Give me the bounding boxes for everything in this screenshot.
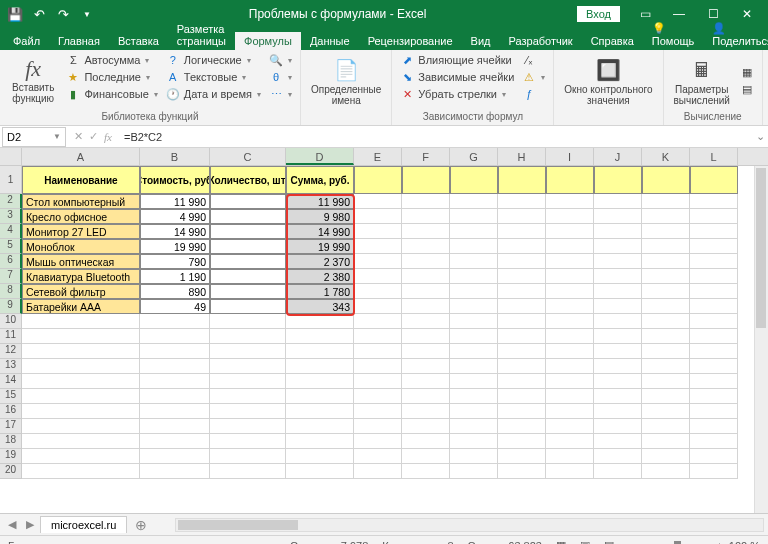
cell[interactable]: Стол компьютерный [22,194,140,209]
cell[interactable] [22,359,140,374]
cell[interactable] [286,359,354,374]
more-fn-button[interactable]: ⋯▾ [267,86,294,102]
cell[interactable] [690,389,738,404]
cell[interactable] [594,404,642,419]
cell[interactable] [546,419,594,434]
cell[interactable] [642,359,690,374]
calc-now-button[interactable]: ▦ [738,65,756,81]
expand-formula-icon[interactable]: ⌄ [752,130,768,143]
cell[interactable] [498,209,546,224]
qat-dropdown-icon[interactable]: ▼ [76,3,98,25]
cell[interactable] [140,359,210,374]
insert-function-button[interactable]: fx Вставить функцию [6,52,60,108]
cell[interactable] [354,359,402,374]
datetime-button[interactable]: 🕐Дата и время▾ [164,86,263,102]
cell[interactable] [354,434,402,449]
cell[interactable]: 343 [286,299,354,314]
cell[interactable] [690,209,738,224]
cell[interactable] [210,194,286,209]
math-button[interactable]: θ▾ [267,69,294,85]
cell[interactable] [354,194,402,209]
cell[interactable] [498,344,546,359]
cell[interactable] [450,344,498,359]
cell[interactable] [210,224,286,239]
cell[interactable] [690,284,738,299]
cell[interactable] [546,389,594,404]
cell[interactable] [286,314,354,329]
cell[interactable] [140,434,210,449]
cell[interactable] [450,449,498,464]
cell[interactable] [450,239,498,254]
cell[interactable] [546,404,594,419]
cell[interactable] [690,166,738,194]
cell[interactable] [210,464,286,479]
cell[interactable] [546,239,594,254]
cell[interactable] [354,419,402,434]
defined-names-button[interactable]: 📄 Определенные имена [307,52,385,110]
cell[interactable]: Кресло офисное [22,209,140,224]
cell[interactable] [594,419,642,434]
autosum-button[interactable]: ΣАвтосумма▾ [64,52,159,68]
cell[interactable]: 49 [140,299,210,314]
cell[interactable]: Сетевой фильтр [22,284,140,299]
cell[interactable] [594,284,642,299]
cell[interactable] [498,464,546,479]
tab-layout[interactable]: Разметка страницы [168,20,235,50]
cell[interactable] [642,284,690,299]
cell[interactable] [402,224,450,239]
cell[interactable] [546,449,594,464]
cell[interactable] [690,434,738,449]
cell[interactable] [498,166,546,194]
trace-precedents-button[interactable]: ⬈Влияющие ячейки [398,52,516,68]
cell[interactable] [354,254,402,269]
cell[interactable] [22,374,140,389]
cell[interactable] [690,329,738,344]
login-button[interactable]: Вход [577,6,620,22]
tab-developer[interactable]: Разработчик [500,32,582,50]
cell[interactable] [642,269,690,284]
row-header[interactable]: 12 [0,344,22,359]
sheet-nav-prev-icon[interactable]: ◀ [4,518,20,531]
cell[interactable] [690,314,738,329]
vertical-scrollbar[interactable] [754,166,768,513]
cell[interactable] [690,419,738,434]
cell[interactable] [498,449,546,464]
col-header[interactable]: F [402,148,450,165]
col-header[interactable]: G [450,148,498,165]
cell[interactable]: Мышь оптическая [22,254,140,269]
cell[interactable]: 11 990 [140,194,210,209]
cell[interactable] [22,404,140,419]
cell[interactable] [594,194,642,209]
watch-window-button[interactable]: 🔲 Окно контрольного значения [560,52,656,110]
cell[interactable] [354,299,402,314]
cell[interactable] [354,389,402,404]
cell[interactable] [450,389,498,404]
cell[interactable] [546,194,594,209]
cell[interactable] [210,269,286,284]
cell[interactable] [22,449,140,464]
col-header[interactable]: A [22,148,140,165]
cell[interactable] [210,299,286,314]
cell[interactable] [690,269,738,284]
cell[interactable] [642,344,690,359]
row-header[interactable]: 1 [0,166,22,194]
cell[interactable] [402,299,450,314]
cell[interactable] [210,449,286,464]
cell[interactable] [450,299,498,314]
cell[interactable] [140,329,210,344]
cell[interactable] [140,314,210,329]
cell[interactable] [546,209,594,224]
row-header[interactable]: 5 [0,239,22,254]
cell[interactable] [594,269,642,284]
col-header[interactable]: L [690,148,738,165]
trace-dependents-button[interactable]: ⬊Зависимые ячейки [398,69,516,85]
row-header[interactable]: 18 [0,434,22,449]
cell[interactable] [594,374,642,389]
cell[interactable] [594,344,642,359]
cell[interactable] [450,404,498,419]
cell[interactable] [286,389,354,404]
cell[interactable] [286,329,354,344]
cell[interactable] [354,449,402,464]
cell[interactable] [354,239,402,254]
cell[interactable] [210,284,286,299]
